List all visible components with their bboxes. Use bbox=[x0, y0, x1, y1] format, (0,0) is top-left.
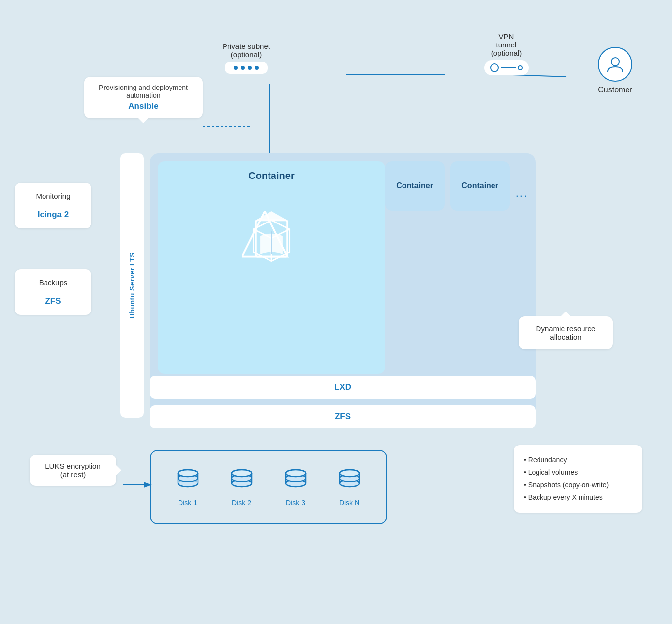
lxd-label: LXD bbox=[334, 382, 351, 392]
azure-logo bbox=[165, 211, 378, 266]
svg-point-17 bbox=[178, 470, 198, 477]
monitoring-title: Monitoring bbox=[22, 192, 85, 200]
zfs-label: ZFS bbox=[335, 412, 351, 422]
router-dot-2 bbox=[241, 66, 245, 70]
svg-point-38 bbox=[340, 470, 359, 477]
side-container-1: Container bbox=[385, 161, 445, 211]
main-container-title: Container bbox=[165, 170, 378, 181]
disk-2: Disk 2 bbox=[229, 467, 255, 507]
vpn-dot bbox=[518, 65, 523, 70]
dynamic-resource-callout: Dynamic resource allocation bbox=[519, 316, 613, 349]
ubuntu-bar: Ubuntu Server LTS bbox=[120, 153, 144, 418]
router-dot-4 bbox=[255, 66, 259, 70]
ubuntu-label: Ubuntu Server LTS bbox=[128, 252, 136, 318]
disk-n-icon bbox=[337, 467, 362, 495]
customer-section: Customer bbox=[598, 47, 632, 94]
monitoring-brand: Icinga 2 bbox=[22, 210, 85, 220]
dynamic-text: Dynamic resource allocation bbox=[526, 324, 606, 341]
router-dot-3 bbox=[248, 66, 252, 70]
luks-callout: LUKS encryption(at rest) bbox=[30, 455, 116, 486]
disk-2-icon bbox=[229, 467, 255, 495]
more-containers-dots: ··· bbox=[516, 189, 528, 202]
feature-3: Snapshots (copy-on-write) bbox=[524, 479, 632, 491]
zfs-bar: ZFS bbox=[150, 405, 536, 428]
lxd-bar: LXD bbox=[150, 376, 536, 399]
vpn-label: VPNtunnel(optional) bbox=[491, 32, 522, 57]
feature-4: Backup every X minutes bbox=[524, 491, 632, 504]
feature-1: Redundancy bbox=[524, 454, 632, 466]
monitoring-callout: Monitoring Icinga 2 bbox=[15, 183, 91, 228]
backups-brand: ZFS bbox=[22, 296, 85, 306]
vpn-circle bbox=[490, 63, 499, 72]
vpn-line bbox=[501, 67, 516, 68]
router-icon bbox=[225, 62, 268, 74]
feature-2: Logical volumes bbox=[524, 466, 632, 479]
vpn-section: VPNtunnel(optional) bbox=[484, 32, 529, 75]
features-list: Redundancy Logical volumes Snapshots (co… bbox=[524, 454, 632, 504]
router-dot-1 bbox=[234, 66, 238, 70]
disk-n-label: Disk N bbox=[339, 499, 359, 507]
side-container-2: Container bbox=[450, 161, 510, 211]
disk-2-label: Disk 2 bbox=[232, 499, 251, 507]
disk-1-label: Disk 1 bbox=[178, 499, 197, 507]
disk-n: Disk N bbox=[337, 467, 362, 507]
features-callout: Redundancy Logical volumes Snapshots (co… bbox=[514, 445, 642, 513]
disk-3: Disk 3 bbox=[283, 467, 309, 507]
customer-avatar bbox=[598, 47, 632, 82]
svg-point-24 bbox=[232, 470, 252, 477]
disk-1-icon bbox=[175, 467, 201, 495]
disk-3-icon bbox=[283, 467, 309, 495]
disk-3-label: Disk 3 bbox=[286, 499, 305, 507]
ansible-title: Provisioning and deployment automation bbox=[93, 84, 194, 99]
customer-label: Customer bbox=[598, 86, 632, 94]
svg-point-31 bbox=[286, 470, 306, 477]
subnet-label: Private subnet(optional) bbox=[223, 42, 270, 59]
disks-container: Disk 1 Disk 2 bbox=[150, 450, 387, 524]
subnet-section: Private subnet(optional) bbox=[223, 42, 270, 74]
backups-title: Backups bbox=[22, 278, 85, 287]
backups-callout: Backups ZFS bbox=[15, 269, 91, 315]
vpn-icon bbox=[484, 60, 529, 75]
ansible-brand: Ansible bbox=[93, 101, 194, 111]
luks-text: LUKS encryption(at rest) bbox=[37, 462, 109, 479]
svg-point-4 bbox=[611, 58, 619, 66]
svg-marker-7 bbox=[256, 211, 287, 220]
ansible-callout: Provisioning and deployment automation A… bbox=[84, 77, 203, 118]
diagram: Private subnet(optional) VPNtunnel(optio… bbox=[0, 0, 672, 624]
disk-1: Disk 1 bbox=[175, 467, 201, 507]
